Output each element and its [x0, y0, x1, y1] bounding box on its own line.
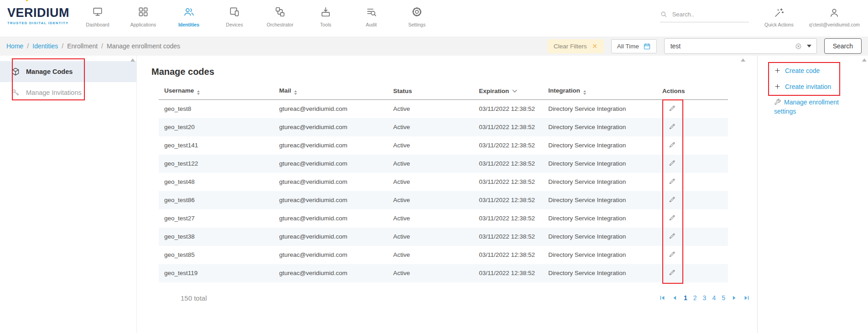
time-range-label: All Time [617, 43, 639, 50]
time-range-button[interactable]: All Time [611, 39, 657, 53]
create-invitation-link[interactable]: Create invitation [774, 82, 868, 91]
edit-code-button[interactable] [666, 231, 679, 242]
manage-enrollment-settings-label: Manage enrollment settings [774, 99, 839, 115]
cell-username: geo_test8 [159, 100, 274, 118]
manage-enrollment-settings-link[interactable]: Manage enrollment settings [774, 98, 852, 116]
edit-code-button[interactable] [666, 158, 679, 169]
user-menu[interactable]: q'ctest@veridiumid.com [809, 7, 860, 27]
breadcrumb-identities[interactable]: Identities [32, 42, 58, 50]
scroll-up-icon[interactable] [130, 58, 135, 62]
close-icon[interactable] [592, 43, 598, 49]
nav-item-identities[interactable]: Identities [166, 0, 212, 36]
cell-actions [657, 136, 728, 155]
scroll-up-icon[interactable] [741, 58, 745, 62]
filter-search-input[interactable] [670, 42, 790, 50]
cell-status: Active [388, 136, 473, 155]
clear-filters-button[interactable]: Clear Filters [547, 39, 604, 53]
edit-code-button[interactable] [666, 177, 679, 187]
cell-username: geo_test86 [159, 191, 274, 209]
pencil-icon [669, 232, 676, 239]
sort-icon [583, 90, 586, 95]
sidebar-item-manage-invitations[interactable]: Manage Invitations [0, 82, 136, 103]
table-row: geo_test8 gtureac@veridiumid.com Active … [159, 100, 728, 118]
sort-icon [197, 90, 200, 95]
column-header-username[interactable]: Username [159, 87, 274, 100]
veridium-logo[interactable]: VERIDIUM TRUSTED DIGITAL IDENTITY [0, 0, 69, 36]
edit-code-button[interactable] [666, 195, 679, 205]
main-scrollbar[interactable] [739, 56, 746, 333]
global-search-input[interactable] [671, 10, 749, 18]
edit-code-button[interactable] [666, 213, 679, 224]
table-row: geo_test38 gtureac@veridiumid.com Active… [159, 228, 728, 246]
cell-status: Active [388, 264, 473, 282]
create-code-link[interactable]: Create code [774, 66, 868, 75]
cell-mail: gtureac@veridiumid.com [274, 118, 388, 136]
edit-code-button[interactable] [666, 104, 679, 114]
search-icon [660, 10, 668, 19]
next-page-button[interactable] [731, 295, 738, 301]
nav-item-tools[interactable]: Tools [303, 0, 348, 36]
column-header-actions: Actions [657, 87, 728, 100]
user-icon [829, 7, 840, 18]
cell-status: Active [388, 155, 473, 173]
column-header-integration[interactable]: Integration [543, 87, 657, 100]
table-row: geo_test141 gtureac@veridiumid.com Activ… [159, 136, 728, 155]
right-scrollbar[interactable] [861, 56, 868, 333]
dashboard-icon [92, 6, 104, 18]
edit-code-button[interactable] [666, 268, 679, 278]
pencil-icon [669, 250, 676, 258]
cell-expiration: 03/11/2022 12:38:52 [473, 118, 543, 136]
clear-search-icon[interactable] [795, 43, 802, 50]
create-invitation-label: Create invitation [785, 83, 831, 90]
cell-status: Active [388, 100, 473, 118]
logo-gold-mark-icon [25, 0, 29, 1]
column-header-mail[interactable]: Mail [274, 87, 388, 100]
next-page-icon [731, 295, 738, 301]
column-header-status: Status [388, 87, 473, 100]
table-row: geo_test85 gtureac@veridiumid.com Active… [159, 246, 728, 264]
sidebar-scrollbar[interactable] [129, 56, 136, 333]
page-number-5[interactable]: 5 [722, 294, 725, 302]
nav-item-settings[interactable]: Settings [394, 0, 440, 36]
cell-status: Active [388, 246, 473, 264]
page: VERIDIUM TRUSTED DIGITAL IDENTITY Dashbo… [0, 0, 868, 333]
nav-item-applications[interactable]: Applications [120, 0, 166, 36]
scroll-up-icon[interactable] [862, 58, 867, 62]
search-options-caret-icon[interactable] [807, 45, 811, 47]
sidebar-item-manage-codes[interactable]: Manage Codes [0, 61, 136, 82]
pencil-icon [669, 177, 676, 185]
edit-code-button[interactable] [666, 122, 679, 132]
edit-code-button[interactable] [666, 250, 679, 260]
search-button[interactable]: Search [824, 38, 862, 54]
breadcrumb-home[interactable]: Home [6, 42, 23, 50]
cell-status: Active [388, 191, 473, 209]
cell-actions [657, 118, 728, 136]
first-page-button[interactable] [659, 295, 665, 301]
edit-code-button[interactable] [666, 140, 679, 151]
orchestrator-icon [274, 6, 286, 18]
devices-icon [229, 6, 240, 18]
page-number-3[interactable]: 3 [703, 294, 707, 302]
table-row: geo_test119 gtureac@veridiumid.com Activ… [159, 264, 728, 282]
cell-username: geo_test48 [159, 173, 274, 191]
codes-table-body: geo_test8 gtureac@veridiumid.com Active … [159, 100, 728, 282]
nav-label: Applications [130, 22, 156, 27]
cell-integration: Directory Service Integration [543, 136, 657, 155]
nav-item-devices[interactable]: Devices [212, 0, 257, 36]
quick-actions-button[interactable]: Quick Actions [764, 7, 794, 27]
column-header-expiration[interactable]: Expiration [473, 87, 543, 100]
nav-item-dashboard[interactable]: Dashboard [75, 0, 120, 36]
plus-icon [774, 67, 781, 74]
page-number-1[interactable]: 1 [684, 294, 687, 302]
quick-actions-label: Quick Actions [764, 22, 794, 27]
page-number-4[interactable]: 4 [712, 294, 716, 302]
nav-label: Devices [226, 22, 243, 27]
nav-item-orchestrator[interactable]: Orchestrator [257, 0, 303, 36]
create-code-label: Create code [785, 67, 820, 74]
nav-label: Identities [178, 22, 199, 27]
nav-item-audit[interactable]: Audit [348, 0, 394, 36]
prev-page-button[interactable] [671, 295, 678, 301]
logo-wordmark: VERIDIUM [7, 7, 69, 19]
page-number-2[interactable]: 2 [693, 294, 697, 302]
cell-mail: gtureac@veridiumid.com [274, 136, 388, 155]
